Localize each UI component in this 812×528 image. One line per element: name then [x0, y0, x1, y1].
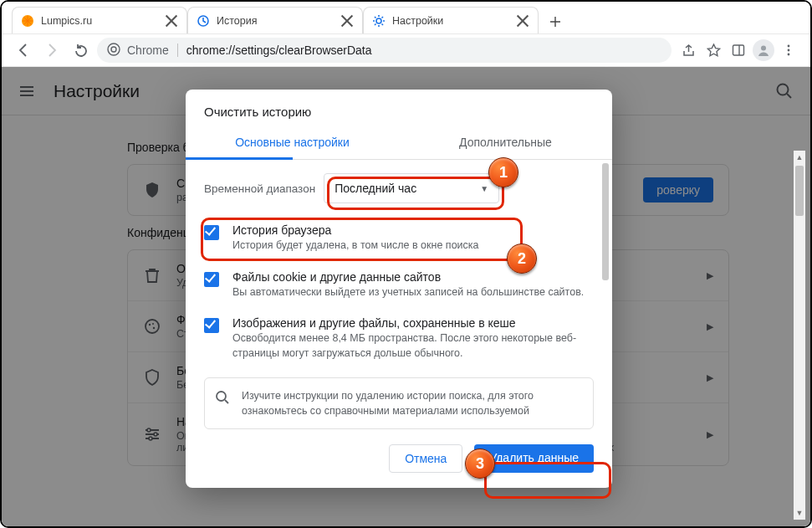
site-label: Chrome [127, 44, 169, 57]
nav-reload-button[interactable] [69, 38, 92, 62]
kebab-menu-button[interactable] [777, 38, 800, 62]
close-icon[interactable] [165, 14, 178, 28]
scroll-thumb[interactable] [795, 166, 804, 216]
url-text: chrome://settings/clearBrowserData [186, 44, 372, 57]
chevron-down-icon: ▼ [480, 184, 488, 193]
svg-point-19 [217, 392, 226, 401]
info-box: Изучите инструкции по удалению истории п… [204, 377, 594, 429]
dialog-scrollbar[interactable] [600, 160, 610, 433]
checkbox-row-cookies[interactable]: Файлы cookie и другие данные сайтовВы ав… [204, 262, 594, 309]
svg-point-4 [108, 44, 120, 55]
nav-forward-button[interactable] [40, 38, 64, 62]
bookmark-star-icon[interactable] [702, 38, 725, 62]
new-tab-button[interactable] [544, 10, 567, 33]
svg-point-3 [376, 18, 381, 23]
svg-rect-6 [733, 45, 744, 55]
svg-point-9 [788, 49, 790, 52]
profile-button[interactable] [752, 38, 775, 62]
browser-tab-settings[interactable]: Настройки [363, 7, 539, 33]
search-icon [215, 390, 230, 405]
chrome-icon [107, 43, 120, 59]
address-bar[interactable]: Chrome chrome://settings/clearBrowserDat… [97, 38, 672, 63]
scroll-up-icon[interactable]: ▲ [794, 151, 805, 164]
checkbox-row-cache[interactable]: Изображения и другие файлы, сохраненные … [204, 308, 594, 369]
dialog-title: Очистить историю [186, 90, 612, 127]
side-panel-icon[interactable] [727, 38, 750, 62]
close-icon[interactable] [516, 14, 529, 28]
svg-point-8 [788, 45, 790, 48]
share-icon[interactable] [677, 38, 700, 62]
separator [177, 44, 178, 57]
annotation-step-2: 2 [507, 243, 537, 274]
checkbox-checked-icon[interactable] [204, 225, 219, 240]
checkbox-checked-icon[interactable] [204, 272, 219, 287]
close-icon[interactable] [340, 14, 354, 28]
tab-basic[interactable]: Основные настройки [186, 127, 399, 159]
svg-point-7 [761, 46, 766, 51]
browser-tab-lumpics[interactable]: Lumpics.ru [12, 7, 187, 33]
tab-label: История [217, 15, 257, 27]
tab-label: Настройки [392, 15, 443, 27]
clear-data-dialog: Очистить историю Основные настройки Допо… [186, 90, 612, 488]
time-range-select[interactable]: Последний час ▼ [324, 173, 499, 203]
cancel-button[interactable]: Отмена [389, 444, 462, 473]
time-range-label: Временной диапазон [204, 182, 315, 195]
annotation-step-1: 1 [488, 157, 518, 187]
page-scrollbar[interactable]: ▲ ▼ [794, 151, 805, 520]
nav-back-button[interactable] [12, 38, 35, 62]
checkbox-checked-icon[interactable] [204, 318, 219, 333]
scroll-down-icon[interactable]: ▼ [794, 506, 805, 520]
tab-label: Lumpics.ru [41, 15, 92, 27]
browser-tab-history[interactable]: История [187, 7, 363, 33]
settings-favicon-icon [372, 14, 386, 28]
history-favicon-icon [197, 14, 210, 28]
svg-point-5 [111, 47, 116, 52]
svg-point-10 [788, 54, 790, 56]
annotation-step-3: 3 [465, 449, 495, 479]
select-value: Последний час [335, 182, 416, 195]
orange-favicon-icon [21, 14, 34, 28]
tab-advanced[interactable]: Дополнительные [399, 127, 612, 159]
